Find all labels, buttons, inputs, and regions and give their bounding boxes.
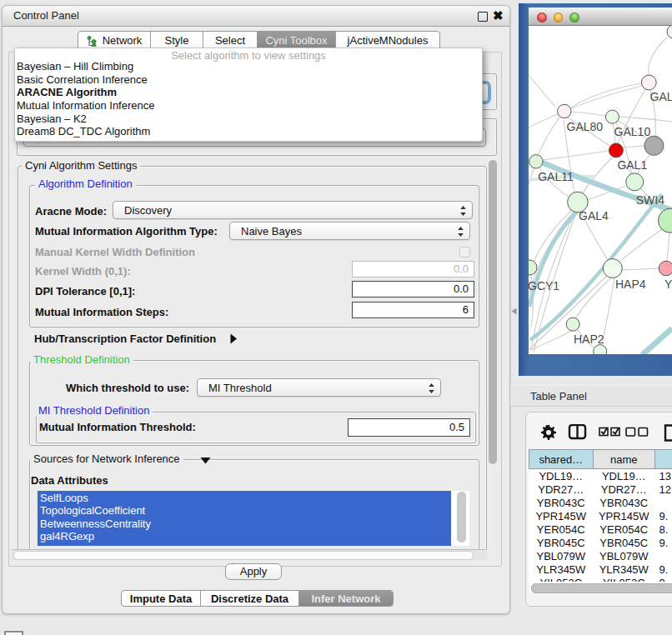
svg-text:GAL10: GAL10 xyxy=(614,125,651,138)
svg-text:HAP4: HAP4 xyxy=(615,278,646,291)
svg-text:GAL11: GAL11 xyxy=(538,170,574,183)
svg-text:GAL1: GAL1 xyxy=(617,158,647,172)
svg-text:Y: Y xyxy=(664,278,672,291)
svg-text:HAP2: HAP2 xyxy=(574,332,604,346)
svg-text:GAL4: GAL4 xyxy=(579,209,609,222)
svg-text:GAL80: GAL80 xyxy=(567,120,604,133)
svg-text:GCY1: GCY1 xyxy=(529,279,559,292)
svg-text:SWI4: SWI4 xyxy=(636,193,664,207)
svg-text:GAL7: GAL7 xyxy=(650,90,672,103)
